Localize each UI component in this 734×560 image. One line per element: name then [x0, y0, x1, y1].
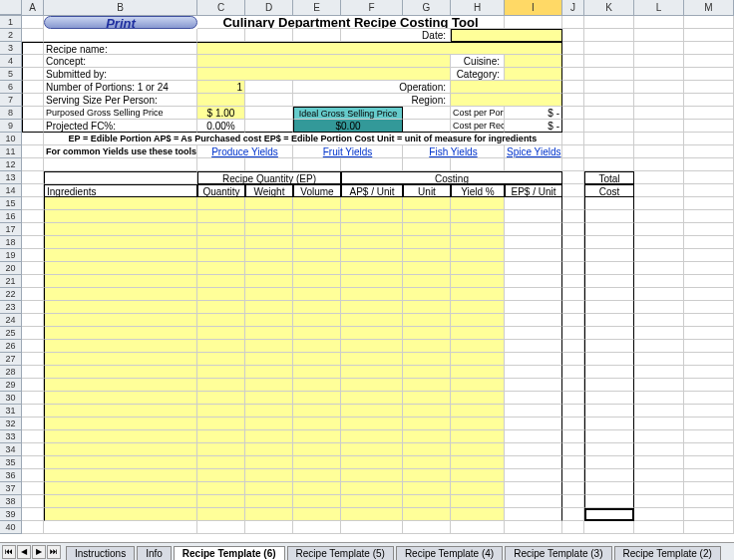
- unit-cell[interactable]: [403, 340, 451, 353]
- col-F[interactable]: F: [341, 0, 403, 15]
- quantity-cell[interactable]: [197, 456, 245, 469]
- yield-cell[interactable]: [451, 197, 505, 210]
- cuisine-input[interactable]: [505, 55, 562, 68]
- volume-cell[interactable]: [293, 430, 341, 443]
- ep-unit-cell[interactable]: [505, 301, 562, 314]
- quantity-cell[interactable]: [197, 443, 245, 456]
- ingredient-cell[interactable]: [44, 275, 197, 288]
- ingredient-cell[interactable]: [44, 327, 197, 340]
- concept-input[interactable]: [197, 55, 451, 68]
- col-J[interactable]: J: [562, 0, 584, 15]
- ep-unit-cell[interactable]: [505, 495, 562, 508]
- weight-cell[interactable]: [245, 262, 293, 275]
- yield-cell[interactable]: [451, 482, 505, 495]
- unit-cell[interactable]: [403, 236, 451, 249]
- tab-nav-next[interactable]: ▶: [32, 545, 46, 559]
- cost-cell[interactable]: [584, 508, 634, 521]
- ap-unit-cell[interactable]: [341, 249, 403, 262]
- yield-cell[interactable]: [451, 327, 505, 340]
- quantity-cell[interactable]: [197, 366, 245, 379]
- ap-unit-cell[interactable]: [341, 301, 403, 314]
- weight-cell[interactable]: [245, 210, 293, 223]
- cost-cell[interactable]: [584, 469, 634, 482]
- unit-cell[interactable]: [403, 275, 451, 288]
- ep-unit-cell[interactable]: [505, 353, 562, 366]
- unit-cell[interactable]: [403, 508, 451, 521]
- unit-cell[interactable]: [403, 469, 451, 482]
- weight-cell[interactable]: [245, 469, 293, 482]
- weight-cell[interactable]: [245, 495, 293, 508]
- cost-cell[interactable]: [584, 418, 634, 430]
- fish-yields-link[interactable]: Fish Yields: [403, 145, 505, 158]
- ap-unit-cell[interactable]: [341, 275, 403, 288]
- volume-cell[interactable]: [293, 340, 341, 353]
- portions-input[interactable]: 1: [197, 81, 245, 94]
- volume-cell[interactable]: [293, 236, 341, 249]
- quantity-cell[interactable]: [197, 379, 245, 392]
- ap-unit-cell[interactable]: [341, 327, 403, 340]
- quantity-cell[interactable]: [197, 288, 245, 301]
- unit-cell[interactable]: [403, 314, 451, 327]
- weight-cell[interactable]: [245, 340, 293, 353]
- weight-cell[interactable]: [245, 327, 293, 340]
- cost-cell[interactable]: [584, 288, 634, 301]
- col-H[interactable]: H: [451, 0, 505, 15]
- weight-cell[interactable]: [245, 508, 293, 521]
- submitted-by-input[interactable]: [197, 68, 451, 81]
- ap-unit-cell[interactable]: [341, 340, 403, 353]
- quantity-cell[interactable]: [197, 249, 245, 262]
- ap-unit-cell[interactable]: [341, 392, 403, 405]
- ap-unit-cell[interactable]: [341, 197, 403, 210]
- ep-unit-cell[interactable]: [505, 392, 562, 405]
- unit-cell[interactable]: [403, 210, 451, 223]
- ap-unit-cell[interactable]: [341, 223, 403, 236]
- unit-cell[interactable]: [403, 288, 451, 301]
- ingredient-cell[interactable]: [44, 249, 197, 262]
- weight-cell[interactable]: [245, 443, 293, 456]
- cost-cell[interactable]: [584, 314, 634, 327]
- col-E[interactable]: E: [293, 0, 341, 15]
- ap-unit-cell[interactable]: [341, 495, 403, 508]
- volume-cell[interactable]: [293, 288, 341, 301]
- weight-cell[interactable]: [245, 314, 293, 327]
- ep-unit-cell[interactable]: [505, 223, 562, 236]
- weight-cell[interactable]: [245, 275, 293, 288]
- ingredient-cell[interactable]: [44, 508, 197, 521]
- volume-cell[interactable]: [293, 275, 341, 288]
- yield-cell[interactable]: [451, 340, 505, 353]
- unit-cell[interactable]: [403, 353, 451, 366]
- unit-cell[interactable]: [403, 262, 451, 275]
- unit-cell[interactable]: [403, 456, 451, 469]
- cost-cell[interactable]: [584, 430, 634, 443]
- yield-cell[interactable]: [451, 262, 505, 275]
- quantity-cell[interactable]: [197, 495, 245, 508]
- yield-cell[interactable]: [451, 236, 505, 249]
- volume-cell[interactable]: [293, 443, 341, 456]
- category-input[interactable]: [505, 68, 562, 81]
- ingredient-cell[interactable]: [44, 405, 197, 418]
- yield-cell[interactable]: [451, 379, 505, 392]
- cost-cell[interactable]: [584, 379, 634, 392]
- yield-cell[interactable]: [451, 275, 505, 288]
- unit-cell[interactable]: [403, 495, 451, 508]
- cost-cell[interactable]: [584, 456, 634, 469]
- spice-yields-link[interactable]: Spice Yields: [505, 145, 562, 158]
- ap-unit-cell[interactable]: [341, 456, 403, 469]
- cost-cell[interactable]: [584, 353, 634, 366]
- ingredient-cell[interactable]: [44, 301, 197, 314]
- ap-unit-cell[interactable]: [341, 262, 403, 275]
- yield-cell[interactable]: [451, 495, 505, 508]
- ingredient-cell[interactable]: [44, 340, 197, 353]
- volume-cell[interactable]: [293, 405, 341, 418]
- ep-unit-cell[interactable]: [505, 210, 562, 223]
- ingredient-cell[interactable]: [44, 223, 197, 236]
- ap-unit-cell[interactable]: [341, 288, 403, 301]
- col-C[interactable]: C: [197, 0, 245, 15]
- ap-unit-cell[interactable]: [341, 379, 403, 392]
- ingredient-cell[interactable]: [44, 210, 197, 223]
- sheet-tab[interactable]: Instructions: [66, 546, 135, 560]
- weight-cell[interactable]: [245, 405, 293, 418]
- yield-cell[interactable]: [451, 469, 505, 482]
- weight-cell[interactable]: [245, 482, 293, 495]
- volume-cell[interactable]: [293, 456, 341, 469]
